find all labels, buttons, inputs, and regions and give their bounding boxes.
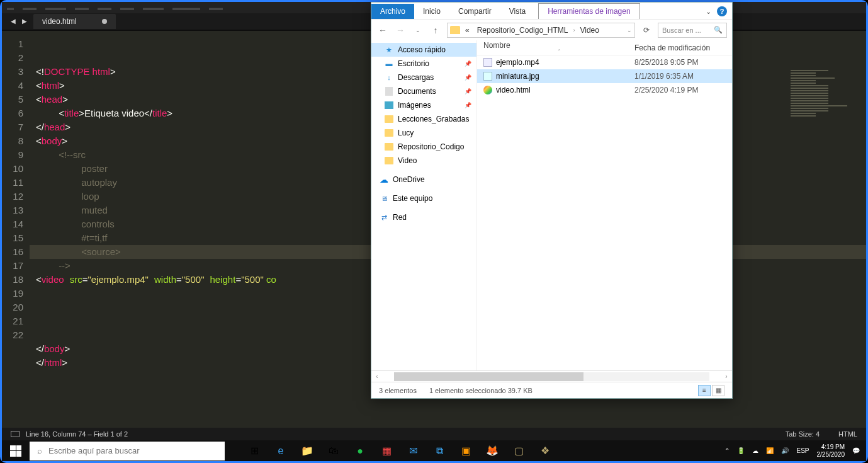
store-icon[interactable]: 🛍 xyxy=(323,442,344,460)
wifi-icon[interactable]: 📶 xyxy=(766,447,774,454)
nav-forward-icon: → xyxy=(394,25,407,35)
scroll-thumb[interactable] xyxy=(394,372,583,381)
star-icon: ★ xyxy=(384,45,394,54)
tab-prev-icon[interactable]: ◀ xyxy=(11,18,18,25)
ribbon-tab-home[interactable]: Inicio xyxy=(414,4,449,19)
help-icon[interactable]: ? xyxy=(717,6,727,16)
ribbon-tab-imagetools[interactable]: Herramientas de imagen xyxy=(538,3,640,19)
ribbon-tab-file[interactable]: Archivo xyxy=(371,4,414,19)
battery-icon[interactable]: 🔋 xyxy=(737,447,745,454)
tab-label: video.html xyxy=(42,17,77,26)
app-icon[interactable]: ▦ xyxy=(376,442,397,460)
volume-icon[interactable]: 🔊 xyxy=(781,447,789,454)
scroll-right-icon[interactable]: › xyxy=(721,373,732,380)
editor-statusbar: Line 16, Column 74 – Field 1 of 2 Tab Si… xyxy=(2,428,866,440)
windows-logo-icon xyxy=(10,445,21,457)
column-headers[interactable]: Nombre⌃ Fecha de modificación xyxy=(477,40,732,55)
app-icon[interactable]: ❖ xyxy=(534,442,556,460)
breadcrumb-seg-0[interactable]: Repositorio_Codigo_HTML xyxy=(475,26,571,35)
horizontal-scrollbar[interactable]: ‹ › xyxy=(371,370,732,382)
address-bar-row: ← → ⌄ ↑ « Repositorio_Codigo_HTML › Vide… xyxy=(371,19,732,40)
address-dropdown-icon[interactable]: ⌄ xyxy=(627,27,632,33)
taskbar-search[interactable]: ⌕ Escribe aquí para buscar xyxy=(30,442,225,460)
refresh-icon[interactable]: ⟳ xyxy=(640,26,653,35)
task-view-icon[interactable]: ⊞ xyxy=(244,442,265,460)
code-content: <!DOCTYPE html> <html> <head> <title>Eti… xyxy=(36,65,866,370)
tray-chevron-icon[interactable]: ⌃ xyxy=(724,447,730,454)
search-icon: 🔍 xyxy=(714,26,723,34)
app-icon[interactable]: ▢ xyxy=(508,442,529,460)
line-gutter: 12345678910111213141516171819202122 xyxy=(2,31,30,430)
ribbon-tab-share[interactable]: Compartir xyxy=(449,4,500,19)
nav-recent-icon[interactable]: ⌄ xyxy=(412,27,424,33)
search-input[interactable]: Buscar en ... 🔍 xyxy=(658,23,727,38)
tab-dirty-icon xyxy=(102,19,107,24)
statusbar-icon xyxy=(11,431,20,437)
status-selection: 1 elemento seleccionado 39.7 KB xyxy=(429,387,533,394)
breadcrumb-seg-1[interactable]: Video xyxy=(577,26,601,35)
search-placeholder: Buscar en ... xyxy=(662,26,701,34)
nav-up-icon[interactable]: ↑ xyxy=(429,25,442,35)
language-indicator[interactable]: ESP xyxy=(796,447,809,454)
taskbar-apps: ⊞ e 📁 🛍 ● ▦ ✉ ⧉ ▣ 🦊 ▢ ❖ xyxy=(244,440,556,461)
edge-icon[interactable]: e xyxy=(270,442,291,460)
status-item-count: 3 elementos xyxy=(379,387,417,394)
sublime-icon[interactable]: ▣ xyxy=(455,442,476,460)
breadcrumb-prefix[interactable]: « xyxy=(463,26,472,35)
firefox-icon[interactable]: 🦊 xyxy=(482,442,503,460)
notification-icon[interactable]: 💬 xyxy=(852,447,860,454)
nav-back-icon[interactable]: ← xyxy=(376,25,389,35)
search-icon: ⌕ xyxy=(37,446,42,455)
folder-icon xyxy=(450,26,460,34)
scroll-left-icon[interactable]: ‹ xyxy=(371,373,383,380)
explorer-statusbar: 3 elementos 1 elemento seleccionado 39.7… xyxy=(371,382,732,398)
vscode-icon[interactable]: ⧉ xyxy=(429,442,450,460)
tab-next-icon[interactable]: ▶ xyxy=(22,18,30,25)
editor-tab[interactable]: video.html xyxy=(33,14,116,29)
clock[interactable]: 4:19 PM 2/25/2020 xyxy=(817,443,845,459)
status-lang[interactable]: HTML xyxy=(838,430,857,438)
ribbon-tabs: Archivo Inicio Compartir Vista Herramien… xyxy=(371,3,732,19)
ribbon-tab-view[interactable]: Vista xyxy=(500,4,534,19)
taskbar-search-placeholder: Escribe aquí para buscar xyxy=(48,446,140,455)
taskbar[interactable]: ⌕ Escribe aquí para buscar ⊞ e 📁 🛍 ● ▦ ✉… xyxy=(2,440,866,461)
cloud-tray-icon[interactable]: ☁ xyxy=(752,447,758,454)
chevron-right-icon: › xyxy=(573,27,575,33)
view-icons-button[interactable]: ▦ xyxy=(712,385,724,396)
system-tray[interactable]: ⌃ 🔋 ☁ 📶 🔊 ESP 4:19 PM 2/25/2020 💬 xyxy=(724,443,866,459)
col-date[interactable]: Fecha de modificación xyxy=(634,43,732,52)
col-name[interactable]: Nombre⌃ xyxy=(483,41,634,54)
start-button[interactable] xyxy=(2,440,30,461)
ribbon-collapse-icon[interactable]: ⌄ xyxy=(703,6,713,16)
app-icon[interactable]: ● xyxy=(349,442,371,460)
address-bar[interactable]: « Repositorio_Codigo_HTML › Video ⌄ xyxy=(447,23,635,38)
explorer-icon[interactable]: 📁 xyxy=(296,442,318,460)
status-cursor: Line 16, Column 74 – Field 1 of 2 xyxy=(26,430,128,438)
nav-quick-access[interactable]: ★Acceso rápido xyxy=(371,43,476,57)
view-details-button[interactable]: ≡ xyxy=(698,385,711,396)
mail-icon[interactable]: ✉ xyxy=(402,442,424,460)
status-tabsize[interactable]: Tab Size: 4 xyxy=(786,430,820,438)
